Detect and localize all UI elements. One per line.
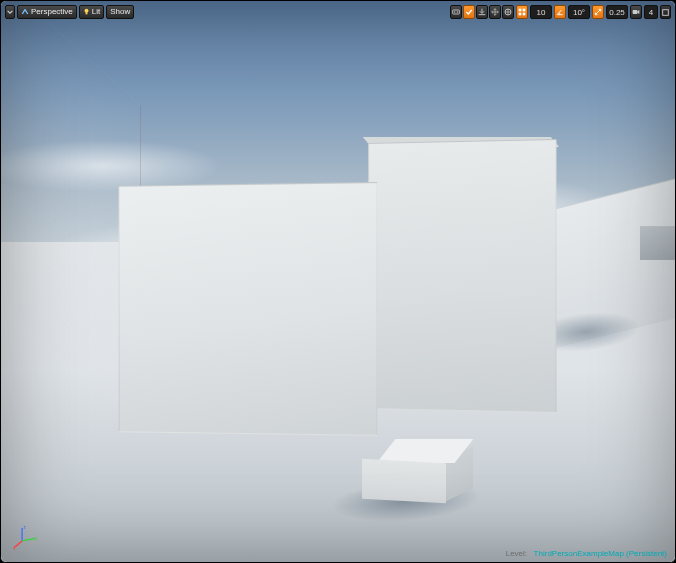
maximize-viewport-button[interactable]	[660, 5, 671, 19]
chevron-down-icon	[7, 9, 13, 15]
gizmo-z-label: z	[23, 525, 26, 530]
view-mode-dropdown[interactable]: Perspective	[17, 5, 77, 19]
level-label: Level:	[506, 549, 527, 558]
level-status: Level: ThirdPersonExampleMap (Persistent…	[506, 549, 667, 558]
perspective-icon	[21, 8, 29, 16]
translate-tool-button[interactable]	[489, 5, 501, 19]
scene-cube-front	[362, 459, 446, 503]
angle-snap-toggle[interactable]	[554, 5, 566, 19]
svg-rect-9	[523, 13, 526, 16]
realtime-icon	[465, 8, 473, 16]
viewport-toolbar: Perspective Lit Show	[5, 5, 671, 19]
scale-snap-value[interactable]: 0.25	[606, 5, 628, 19]
camera-speed-value[interactable]: 4	[644, 5, 658, 19]
svg-rect-2	[453, 10, 460, 14]
gizmo-y-label: y	[35, 536, 38, 541]
scale-snap-icon	[594, 8, 602, 16]
lightbulb-icon	[83, 8, 90, 16]
snap-surface-icon	[478, 8, 486, 16]
grid-snap-value[interactable]: 10	[530, 5, 552, 19]
scale-snap-value-text: 0.25	[609, 8, 625, 17]
angle-snap-value[interactable]: 10°	[568, 5, 590, 19]
svg-rect-1	[85, 12, 87, 14]
viewport-options-dropdown[interactable]	[5, 5, 15, 19]
svg-point-3	[454, 11, 455, 12]
realtime-toggle[interactable]	[463, 5, 475, 19]
svg-point-0	[84, 9, 88, 13]
svg-point-4	[457, 11, 458, 12]
camera-speed-value-text: 4	[649, 8, 653, 17]
angle-snap-value-text: 10°	[573, 8, 585, 17]
scene-distant-box	[640, 226, 675, 260]
view-mode-label: Perspective	[31, 7, 73, 17]
transform-tool-group	[450, 5, 514, 19]
camera-speed-button[interactable]	[630, 5, 642, 19]
angle-snap-icon	[556, 8, 564, 16]
show-dropdown[interactable]: Show	[106, 5, 134, 19]
svg-rect-10	[633, 10, 638, 14]
lit-mode-dropdown[interactable]: Lit	[79, 5, 104, 19]
svg-rect-6	[519, 9, 522, 12]
maximize-icon	[662, 9, 669, 16]
snap-surface-button[interactable]	[476, 5, 488, 19]
scene-wall-block-left	[119, 182, 378, 436]
show-label: Show	[110, 7, 130, 17]
level-name[interactable]: ThirdPersonExampleMap (Persistent)	[534, 549, 667, 558]
svg-line-14	[14, 541, 22, 548]
lit-mode-label: Lit	[92, 7, 100, 17]
grid-snap-toggle[interactable]	[516, 5, 528, 19]
scale-snap-toggle[interactable]	[592, 5, 604, 19]
svg-rect-7	[523, 9, 526, 12]
grid-snap-icon	[518, 8, 526, 16]
camera-speed-icon	[632, 8, 640, 16]
editor-viewport[interactable]: Perspective Lit Show	[0, 0, 676, 563]
translate-icon	[491, 8, 499, 16]
orientation-gizmo[interactable]: z y x	[13, 524, 39, 550]
game-settings-button[interactable]	[450, 5, 462, 19]
coord-toggle-icon	[504, 8, 512, 16]
svg-rect-8	[519, 13, 522, 16]
svg-line-13	[22, 538, 35, 541]
game-settings-icon	[452, 8, 460, 16]
coord-system-toggle[interactable]	[502, 5, 514, 19]
scene-wall-block-right	[368, 139, 556, 413]
svg-rect-11	[663, 9, 669, 15]
grid-snap-value-text: 10	[537, 8, 546, 17]
